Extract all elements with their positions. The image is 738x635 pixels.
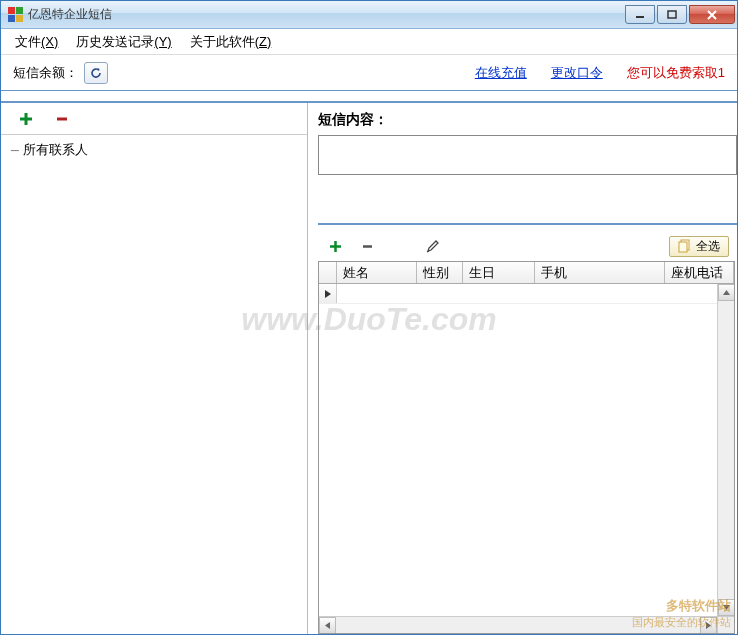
col-birthday[interactable]: 生日 [463,262,535,283]
tree-expand-icon: ─ [11,143,19,158]
svg-line-2 [708,11,716,19]
message-label: 短信内容： [318,111,737,129]
recharge-link[interactable]: 在线充值 [475,64,527,82]
topbar: 短信余额： 在线充值 更改口令 您可以免费索取1 [1,55,737,91]
row-indicator [319,284,337,303]
select-all-label: 全选 [696,238,720,255]
select-all-button[interactable]: 全选 [669,236,729,257]
svg-rect-1 [668,11,676,18]
window-controls [625,5,735,24]
col-gender[interactable]: 性别 [417,262,463,283]
minimize-button[interactable] [625,5,655,24]
menu-history[interactable]: 历史发送记录(Y) [70,31,177,53]
contacts-toolbar [1,103,307,135]
grid-body [319,284,734,616]
table-row[interactable] [319,284,717,304]
app-window: 亿恩特企业短信 文件(X) 历史发送记录(Y) 关于此软件(Z) 短信余额： 在… [0,0,738,635]
remove-recipient-button[interactable] [358,237,376,255]
grid-rows[interactable] [319,284,717,616]
contacts-panel: ─ 所有联系人 [1,103,308,634]
edit-recipient-button[interactable] [424,237,442,255]
close-button[interactable] [689,5,735,24]
message-input[interactable] [318,135,737,175]
svg-line-3 [708,11,716,19]
minus-icon [55,112,69,126]
scroll-left-button[interactable] [319,617,336,634]
vertical-scrollbar[interactable] [717,284,734,616]
refresh-balance-button[interactable] [84,62,108,84]
minus-icon [361,240,374,253]
col-name[interactable]: 姓名 [337,262,417,283]
free-prompt-text: 您可以免费索取1 [627,64,725,82]
menu-file[interactable]: 文件(X) [9,31,64,53]
app-icon [7,7,23,23]
menu-about[interactable]: 关于此软件(Z) [184,31,278,53]
plus-icon [329,240,342,253]
change-password-link[interactable]: 更改口令 [551,64,603,82]
row-header-corner [319,262,337,283]
tree-root-all-contacts[interactable]: ─ 所有联系人 [11,141,297,159]
horizontal-scrollbar[interactable] [319,616,717,633]
scroll-up-button[interactable] [718,284,735,301]
maximize-button[interactable] [657,5,687,24]
add-recipient-button[interactable] [326,237,344,255]
refresh-icon [89,66,103,80]
menubar: 文件(X) 历史发送记录(Y) 关于此软件(Z) [1,29,737,55]
copy-icon [678,239,692,253]
message-panel: 短信内容： 全选 [308,103,737,634]
add-contact-button[interactable] [17,110,35,128]
plus-icon [19,112,33,126]
pencil-icon [425,238,441,254]
window-title: 亿恩特企业短信 [28,6,625,23]
tree-root-label: 所有联系人 [23,141,88,159]
scrollbar-corner [717,616,734,633]
content-area: ─ 所有联系人 短信内容： [1,101,737,634]
svg-rect-11 [679,242,687,252]
grid-header: 姓名 性别 生日 手机 座机电话 [319,262,734,284]
scroll-down-button[interactable] [718,599,735,616]
col-mobile[interactable]: 手机 [535,262,665,283]
remove-contact-button[interactable] [53,110,71,128]
top-links: 在线充值 更改口令 您可以免费索取1 [475,64,725,82]
scroll-right-button[interactable] [700,617,717,634]
titlebar: 亿恩特企业短信 [1,1,737,29]
col-phone[interactable]: 座机电话 [665,262,734,283]
current-row-icon [324,289,332,299]
separator [318,223,737,225]
balance-label: 短信余额： [13,64,78,82]
recipients-grid: 姓名 性别 生日 手机 座机电话 [318,261,735,634]
recipients-toolbar: 全选 [318,231,737,261]
contacts-tree: ─ 所有联系人 [1,135,307,634]
